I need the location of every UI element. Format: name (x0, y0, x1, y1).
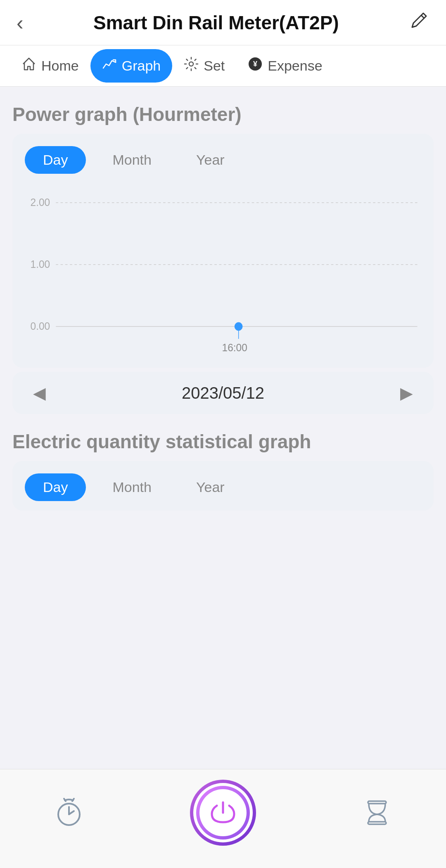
tab-graph-label: Graph (122, 58, 161, 74)
svg-text:2.00: 2.00 (31, 196, 50, 208)
back-button[interactable]: ‹ (17, 11, 24, 35)
tab-bar: Home Graph Set ¥ Expense (0, 45, 446, 87)
power-period-selector: Day Month Year (25, 146, 421, 174)
home-icon (21, 57, 36, 75)
gear-icon (184, 57, 199, 75)
electric-graph-section: Electric quantity statistical graph Day … (12, 430, 434, 511)
electric-period-selector: Day Month Year (25, 473, 421, 501)
svg-text:1.00: 1.00 (31, 258, 50, 270)
electric-graph-title: Electric quantity statistical graph (12, 430, 434, 453)
electric-year-button[interactable]: Year (178, 473, 243, 501)
power-chart-area: 2.00 1.00 0.00 16:00 (25, 186, 421, 368)
power-graph-card: Day Month Year 2.00 1.00 0.00 (12, 134, 434, 368)
svg-text:0.00: 0.00 (31, 320, 50, 332)
svg-point-0 (189, 62, 193, 66)
date-navigator: ◀ 2023/05/12 ▶ (12, 372, 434, 414)
tab-home-label: Home (41, 58, 79, 74)
tab-graph[interactable]: Graph (90, 49, 173, 83)
electric-graph-card: Day Month Year (12, 461, 434, 511)
tab-expense-label: Expense (268, 58, 322, 74)
power-month-button[interactable]: Month (94, 146, 170, 174)
electric-month-button[interactable]: Month (94, 473, 170, 501)
header: ‹ Smart Din Rail Meter(AT2P) (0, 0, 446, 45)
main-content: Power graph (Hourmeter) Day Month Year 2… (0, 87, 446, 511)
hourglass-nav-button[interactable] (361, 796, 394, 829)
bottom-navigation (0, 769, 446, 868)
date-next-button[interactable]: ▶ (396, 383, 417, 402)
edit-button[interactable] (409, 10, 429, 35)
tab-set-label: Set (204, 58, 225, 74)
date-prev-button[interactable]: ◀ (29, 383, 50, 402)
svg-text:16:00: 16:00 (222, 341, 247, 353)
tab-expense[interactable]: ¥ Expense (236, 49, 334, 83)
power-graph-title: Power graph (Hourmeter) (12, 103, 434, 125)
chart-icon (102, 57, 117, 75)
power-day-button[interactable]: Day (25, 146, 86, 174)
power-chart-svg: 2.00 1.00 0.00 16:00 (25, 186, 421, 368)
svg-rect-13 (368, 801, 386, 804)
date-display: 2023/05/12 (182, 384, 264, 402)
yen-icon: ¥ (248, 57, 263, 75)
svg-text:¥: ¥ (253, 60, 257, 68)
power-graph-section: Power graph (Hourmeter) Day Month Year 2… (12, 103, 434, 414)
tab-set[interactable]: Set (172, 49, 236, 83)
power-year-button[interactable]: Year (178, 146, 243, 174)
svg-rect-14 (368, 822, 386, 824)
power-nav-button[interactable] (190, 780, 256, 846)
timer-nav-button[interactable] (52, 796, 85, 829)
electric-day-button[interactable]: Day (25, 473, 86, 501)
power-button-inner (196, 786, 250, 840)
tab-home[interactable]: Home (10, 49, 90, 83)
page-title: Smart Din Rail Meter(AT2P) (93, 12, 339, 34)
